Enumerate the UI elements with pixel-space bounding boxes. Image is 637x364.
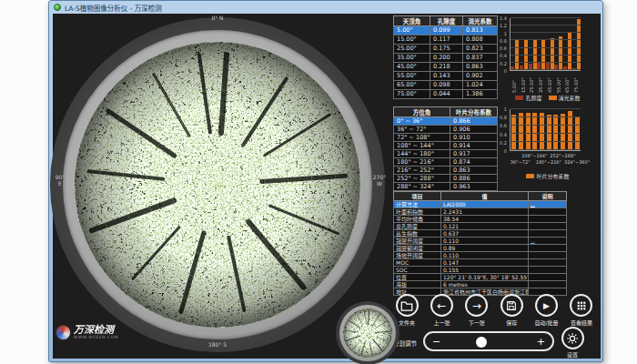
table-cell: 位置 [394, 274, 441, 281]
y-tick-label: 0.8 [500, 115, 507, 120]
table-row[interactable]: 108° ~ 144°0.914 [394, 142, 498, 150]
table-row[interactable]: 总孔隙度0.121 [394, 223, 567, 230]
table-row[interactable]: 25.00°0.1750.823 [394, 45, 498, 54]
canopy-image-view[interactable] [75, 42, 360, 328]
slider-minus-button[interactable]: − [432, 336, 440, 348]
table-cell: 0.218 [430, 63, 463, 72]
bar-group [519, 109, 523, 150]
segmentation-slider[interactable]: − + [423, 331, 554, 351]
table-cell: 0.121 [441, 223, 529, 230]
bar [532, 113, 537, 150]
grid-icon [570, 294, 592, 317]
x-tick-label: 75.00° [573, 73, 579, 93]
gridline [511, 32, 581, 33]
bar [540, 113, 544, 150]
table-cell: 0.863 [450, 167, 498, 175]
bar [559, 36, 562, 70]
gridline [511, 17, 581, 18]
table-row[interactable]: 45.00°0.2180.863 [394, 63, 498, 72]
table-cell: 0.155 [441, 267, 529, 274]
table-row[interactable]: MOC0.147 [394, 259, 567, 267]
gridline [511, 39, 581, 40]
table-row[interactable]: 叶面积指数2.2431 [394, 208, 567, 216]
table-row[interactable]: 288° ~ 324°0.963 [394, 183, 498, 191]
table-cell: 5.00° [394, 26, 430, 35]
table-row[interactable]: 35.00°0.2000.837 [394, 54, 498, 63]
bar-group [526, 109, 531, 150]
vendor-logo-subtext: WWW.WSEEN.COM [74, 335, 118, 339]
folder-button-label: 文件夹 [399, 318, 415, 327]
next-image-button[interactable]: → 下一张 [461, 294, 492, 327]
bar [526, 113, 531, 150]
table-row[interactable]: 55.00°0.1430.902 [394, 72, 498, 81]
next-button-label: 下一张 [469, 318, 485, 327]
table-row[interactable]: 180° ~ 216°0.874 [394, 158, 498, 167]
bar-group [575, 109, 580, 150]
column-header: 天顶角 [394, 16, 430, 26]
table-cell: 0.866 [450, 117, 498, 126]
table-cell: 0.147 [441, 259, 529, 267]
vendor-logo: 万深检测 WWW.WSEEN.COM [56, 325, 118, 339]
table-cell: 0.110 [441, 238, 529, 245]
table-row[interactable]: 144° ~ 180°0.917 [394, 150, 498, 158]
chart-legend: 孔隙度消光系数 [497, 94, 599, 102]
compass-west-degrees: 270° [369, 174, 390, 180]
table-row[interactable]: 冠层郁闭度0.89 [394, 245, 567, 252]
legend-label: 消光系数 [559, 94, 581, 102]
table-row[interactable]: SOC0.155 [394, 267, 567, 274]
chart-plot-area [510, 109, 581, 151]
bar-group [561, 109, 565, 150]
table-row[interactable]: 216° ~ 252°0.863 [394, 167, 498, 175]
bar-group [553, 109, 558, 150]
table-row[interactable]: 场地开阔度0.110 [394, 252, 567, 259]
table-row[interactable]: 0° ~ 36°0.866 [394, 117, 498, 126]
slider-handle[interactable] [476, 337, 487, 348]
legend-swatch [549, 96, 557, 100]
table-row[interactable]: 15.00°0.1170.808 [394, 35, 498, 45]
table-row[interactable]: 平均叶倾角38.54 [394, 216, 567, 223]
table-row[interactable]: 36° ~ 72°0.906 [394, 126, 498, 134]
bar [519, 113, 523, 150]
image-thumbnail[interactable] [336, 301, 399, 364]
table-row[interactable]: 位置120° 21' 0.19"E, 30° 18' 52.55"N [394, 274, 567, 281]
slider-plus-button[interactable]: + [537, 336, 545, 348]
table-row[interactable]: 72° ~ 108°0.910 [394, 134, 498, 142]
x-tick-label: 35.00° [538, 73, 543, 93]
vendor-logo-text: 万深检测 [74, 325, 118, 335]
table-cell: 0.823 [463, 45, 498, 54]
previous-image-button[interactable]: ← 上一张 [426, 294, 457, 327]
zenith-angle-table: 天顶角孔隙度消光系数5.00°0.0990.81315.00°0.1170.80… [393, 15, 498, 99]
table-cell: 0.808 [463, 35, 498, 45]
table-row[interactable]: 冠层开阔度0.110… [394, 238, 567, 245]
compass-west-label: 270° W [369, 174, 390, 187]
table-row[interactable]: 252° ~ 288°0.886 [394, 175, 498, 183]
table-row[interactable]: 海拔6 metres [394, 281, 567, 288]
save-button[interactable]: 保存 [496, 294, 527, 327]
table-cell: 场地开阔度 [394, 252, 441, 259]
table-cell [529, 216, 567, 223]
settings-button[interactable]: 设置 [557, 327, 588, 359]
table-row[interactable]: 丛生指数0.637 [394, 230, 567, 238]
table-cell: 0.917 [450, 150, 498, 158]
table-cell: MOC [394, 259, 441, 267]
table-row[interactable]: 计算方法LAI2000… [394, 201, 567, 208]
floppy-save-icon [500, 294, 523, 317]
table-cell: 冠层郁闭度 [394, 245, 441, 252]
column-header: 项目 [394, 192, 441, 201]
table-row[interactable]: 75.00°0.0441.386 [394, 90, 498, 99]
thumbnail-photo [343, 308, 392, 358]
bar-group [547, 109, 551, 150]
bar-group [532, 109, 537, 150]
y-tick-label: 0 [504, 68, 507, 74]
x-tick-label: 108°~144° [521, 153, 547, 158]
auto-batch-button[interactable]: ▶ 自动/批量 [531, 294, 562, 327]
table-cell: 0.910 [450, 134, 498, 142]
table-cell: 0.200 [430, 54, 463, 63]
table-row[interactable]: 65.00°0.0981.024 [394, 81, 498, 90]
view-results-button[interactable]: 查看结果 [566, 294, 597, 327]
table-row[interactable]: 5.00°0.0990.813 [394, 26, 498, 35]
title-bar[interactable]: LA-S植物图像分析仪 - 万深检测 [49, 1, 602, 14]
y-tick-label: 1.4 [500, 15, 507, 21]
bar-group [540, 109, 544, 150]
x-tick-label: 5.00° [511, 73, 517, 93]
